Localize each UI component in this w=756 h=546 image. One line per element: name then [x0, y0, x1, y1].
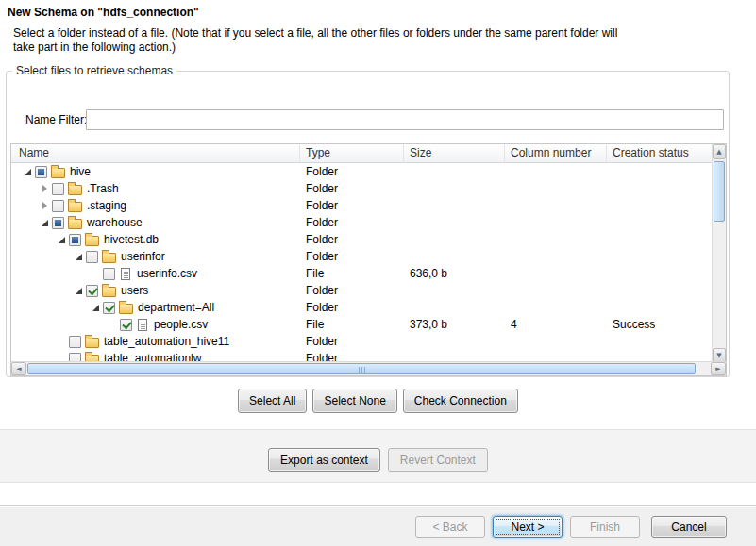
- table-row[interactable]: userinforFolder: [11, 248, 714, 265]
- table-row[interactable]: department=AllFolder: [11, 299, 714, 316]
- cell-colnum: 4: [505, 318, 607, 331]
- name-filter-input[interactable]: [86, 109, 724, 130]
- page-title: New Schema on "hdfs_connection": [8, 6, 199, 19]
- dialog-description: Select a folder instead of a file. (Note…: [13, 26, 640, 55]
- cell-name: people.csv: [11, 316, 300, 333]
- cell-name: .Trash: [11, 180, 300, 197]
- row-checkbox[interactable]: [120, 319, 132, 331]
- folder-icon: [102, 253, 116, 263]
- scroll-right-icon[interactable]: ►: [711, 362, 726, 375]
- table-row[interactable]: .stagingFolder: [11, 197, 714, 214]
- row-label: .staging: [87, 199, 126, 212]
- cell-type: File: [300, 318, 404, 331]
- scroll-up-icon[interactable]: ▲: [713, 144, 726, 159]
- selection-actions: Select All Select None Check Connection: [0, 389, 756, 417]
- column-header-column-number[interactable]: Column number: [505, 144, 607, 163]
- folder-icon: [119, 304, 133, 314]
- row-checkbox[interactable]: [35, 166, 47, 178]
- revert-context-button: Revert Context: [388, 448, 488, 472]
- folder-icon: [68, 202, 82, 212]
- expander-icon[interactable]: [38, 199, 52, 212]
- cell-type: File: [300, 267, 404, 280]
- cell-name: department=All: [11, 299, 300, 316]
- cell-name: users: [11, 282, 300, 299]
- row-checkbox[interactable]: [103, 302, 115, 314]
- cell-type: Folder: [300, 233, 404, 246]
- row-label: .Trash: [87, 182, 119, 195]
- row-checkbox[interactable]: [103, 268, 115, 280]
- expander-icon[interactable]: [55, 233, 69, 246]
- table-row[interactable]: hivetest.dbFolder: [11, 231, 714, 248]
- group-title: Select files to retrieve schemas: [12, 64, 176, 77]
- horizontal-scrollbar-thumb[interactable]: [27, 363, 696, 374]
- row-checkbox[interactable]: [86, 285, 98, 297]
- row-label: hivetest.db: [104, 233, 159, 246]
- horizontal-scrollbar[interactable]: ◄ ►: [11, 361, 726, 375]
- row-label: userinfo.csv: [137, 267, 197, 280]
- table-row[interactable]: people.csvFile373,0 b4Success: [11, 316, 714, 333]
- row-checkbox[interactable]: [86, 251, 98, 263]
- column-header-creation-status[interactable]: Creation status: [607, 144, 714, 163]
- table-row[interactable]: userinfo.csvFile636,0 b: [11, 265, 714, 282]
- column-header-size[interactable]: Size: [404, 144, 505, 163]
- folder-icon: [68, 185, 82, 195]
- vertical-scrollbar-thumb[interactable]: [714, 161, 725, 222]
- expander-icon[interactable]: [72, 250, 86, 263]
- cancel-button[interactable]: Cancel: [651, 516, 727, 538]
- file-icon: [138, 319, 147, 331]
- row-label: warehouse: [87, 216, 143, 229]
- cell-name: warehouse: [11, 214, 300, 231]
- cell-type: Folder: [300, 250, 404, 263]
- vertical-scrollbar[interactable]: ▲ ▼: [712, 144, 726, 363]
- cell-status: Success: [607, 318, 714, 331]
- next-button[interactable]: Next >: [493, 516, 563, 538]
- row-checkbox[interactable]: [52, 200, 64, 212]
- expander-icon[interactable]: [38, 216, 52, 229]
- row-checkbox[interactable]: [69, 234, 81, 246]
- cell-type: Folder: [300, 199, 404, 212]
- table-row[interactable]: .TrashFolder: [11, 180, 714, 197]
- table-row[interactable]: table_automation_hive11Folder: [11, 333, 714, 350]
- cell-type: Folder: [300, 301, 404, 314]
- folder-icon: [51, 168, 65, 178]
- cell-name: table_automation_hive11: [11, 333, 300, 350]
- context-actions: Export as context Revert Context: [0, 429, 756, 483]
- table-row[interactable]: usersFolder: [11, 282, 714, 299]
- column-header-name[interactable]: Name: [11, 144, 300, 163]
- row-label: users: [121, 284, 148, 297]
- cell-name: .staging: [11, 197, 300, 214]
- file-icon: [121, 268, 130, 280]
- cell-type: Folder: [300, 182, 404, 195]
- export-as-context-button[interactable]: Export as context: [268, 448, 380, 472]
- row-label: table_automation_hive11: [104, 335, 229, 348]
- select-all-button[interactable]: Select All: [238, 389, 307, 413]
- expander-icon[interactable]: [38, 182, 52, 195]
- row-label: hive: [70, 165, 91, 178]
- cell-name: userinfor: [11, 248, 300, 265]
- row-checkbox[interactable]: [52, 217, 64, 229]
- back-button: < Back: [415, 516, 485, 538]
- folder-icon: [102, 287, 116, 297]
- expander-icon[interactable]: [89, 301, 103, 314]
- cell-name: hive: [11, 163, 300, 180]
- finish-button: Finish: [570, 516, 640, 538]
- cell-size: 636,0 b: [404, 267, 505, 280]
- schema-tree-table: Name Type Size Column number Creation st…: [10, 143, 727, 376]
- cell-name: userinfo.csv: [11, 265, 300, 282]
- table-row[interactable]: warehouseFolder: [11, 214, 714, 231]
- row-checkbox[interactable]: [69, 336, 81, 348]
- select-none-button[interactable]: Select None: [312, 389, 396, 413]
- folder-icon: [85, 338, 99, 348]
- table-row[interactable]: hiveFolder: [11, 163, 714, 180]
- expander-icon[interactable]: [72, 284, 86, 297]
- cell-type: Folder: [300, 335, 404, 348]
- expander-icon[interactable]: [21, 165, 35, 178]
- cell-type: Folder: [300, 165, 404, 178]
- row-label: userinfor: [121, 250, 165, 263]
- select-files-group: Select files to retrieve schemas Name Fi…: [6, 64, 730, 377]
- row-label: people.csv: [154, 318, 208, 331]
- column-header-type[interactable]: Type: [300, 144, 404, 163]
- check-connection-button[interactable]: Check Connection: [403, 389, 518, 413]
- row-checkbox[interactable]: [52, 183, 64, 195]
- scroll-left-icon[interactable]: ◄: [11, 362, 26, 375]
